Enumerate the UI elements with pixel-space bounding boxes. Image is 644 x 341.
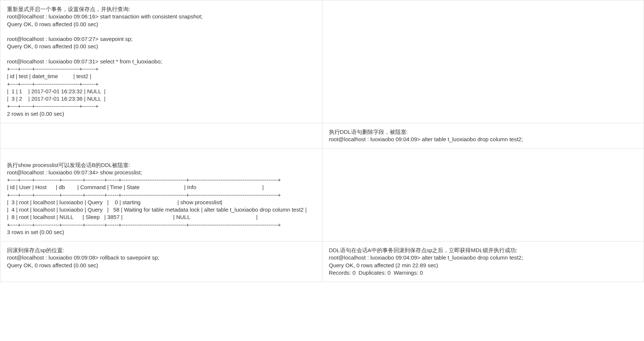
content-right-2 bbox=[329, 154, 637, 161]
table-row: 执行show processlist可以发现会话B的DDL被阻塞: root@l… bbox=[0, 149, 644, 241]
cell-left-2: 执行show processlist可以发现会话B的DDL被阻塞: root@l… bbox=[0, 149, 322, 241]
cell-left-3: 回滚到保存点sp的位置: root@localhost : luoxiaobo … bbox=[0, 241, 322, 282]
cell-right-2 bbox=[322, 149, 644, 241]
session-table: 重新显式开启一个事务，设置保存点，并执行查询: root@localhost :… bbox=[0, 0, 644, 282]
cell-left-0: 重新显式开启一个事务，设置保存点，并执行查询: root@localhost :… bbox=[0, 0, 322, 123]
table-row: 重新显式开启一个事务，设置保存点，并执行查询: root@localhost :… bbox=[0, 0, 644, 123]
content-right-1: 执行DDL语句删除字段，被阻塞: root@localhost : luoxia… bbox=[329, 128, 637, 143]
table-row: 回滚到保存点sp的位置: root@localhost : luoxiaobo … bbox=[0, 241, 644, 282]
content-left-1 bbox=[7, 128, 315, 136]
cell-right-3: DDL语句在会话A中的事务回滚到保存点sp之后，立即获得MDL锁并执行成功: r… bbox=[322, 241, 644, 282]
cell-left-1 bbox=[0, 123, 322, 149]
content-left-2: 执行show processlist可以发现会话B的DDL被阻塞: root@l… bbox=[7, 154, 315, 236]
cell-right-1: 执行DDL语句删除字段，被阻塞: root@localhost : luoxia… bbox=[322, 123, 644, 149]
content-left-0: 重新显式开启一个事务，设置保存点，并执行查询: root@localhost :… bbox=[7, 6, 315, 118]
content-right-3: DDL语句在会话A中的事务回滚到保存点sp之后，立即获得MDL锁并执行成功: r… bbox=[329, 247, 637, 276]
content-left-3: 回滚到保存点sp的位置: root@localhost : luoxiaobo … bbox=[7, 247, 315, 269]
content-right-0 bbox=[329, 6, 637, 13]
cell-right-0 bbox=[322, 0, 644, 123]
table-row: 执行DDL语句删除字段，被阻塞: root@localhost : luoxia… bbox=[0, 123, 644, 149]
